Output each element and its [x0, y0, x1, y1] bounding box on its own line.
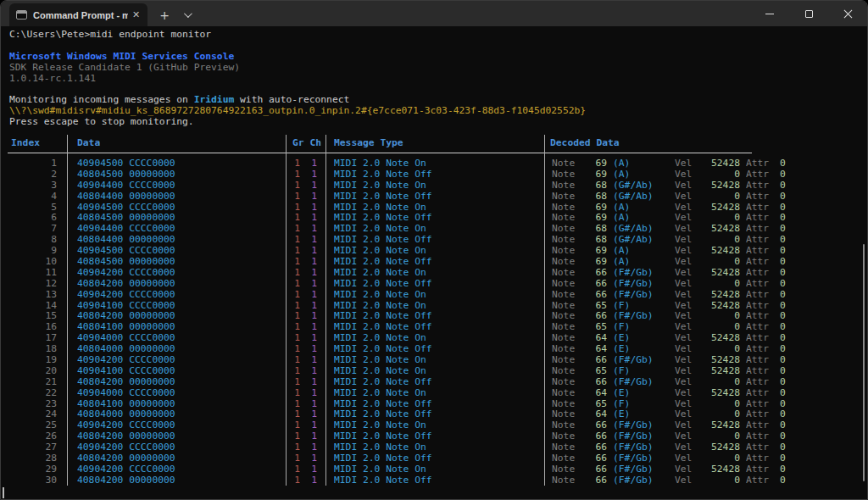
- row-message-type: MIDI 2.0 Note Off: [334, 279, 539, 290]
- row-decoded-data: Note 68 (G#/Ab) Vel 0 Attr 0: [552, 192, 785, 203]
- decoded-vel-value: 52428: [692, 203, 740, 214]
- decoded-vel-value: 52428: [692, 333, 740, 344]
- row-index: 12: [9, 279, 57, 290]
- maximize-button[interactable]: [789, 1, 828, 26]
- decoded-attr-value: 0: [775, 169, 785, 181]
- row-data-words: 40904100 CCCC0000: [77, 366, 281, 377]
- table-rows: 1 40904500 CCCC0000 1 1 MIDI 2.0 Note On…: [1, 158, 867, 486]
- decoded-note-label: Note: [552, 192, 575, 203]
- decoded-note-name: (F#/Gb): [607, 268, 675, 279]
- decoded-note-label: Note: [552, 453, 575, 464]
- decoded-vel-label: Vel: [675, 169, 692, 181]
- decoded-vel-value: 52428: [692, 158, 740, 169]
- decoded-vel-value: 52428: [692, 420, 740, 431]
- table-row: 22 40904000 CCCC0000 1 1 MIDI 2.0 Note O…: [1, 388, 867, 399]
- row-index: 22: [9, 388, 57, 399]
- decoded-vel-value: 0: [692, 453, 740, 464]
- row-message-type: MIDI 2.0 Note Off: [334, 377, 539, 388]
- monitor-prefix: Monitoring incoming messages on: [9, 94, 194, 105]
- row-channel: 1: [300, 181, 317, 192]
- row-index: 21: [9, 377, 57, 388]
- row-data-words: 40804200 00000000: [77, 453, 281, 464]
- decoded-vel-label: Vel: [675, 279, 692, 290]
- decoded-vel-value: 0: [692, 475, 740, 486]
- decoded-note-number: 69: [575, 169, 607, 181]
- decoded-vel-value: 52428: [692, 366, 740, 377]
- endpoint-path: \\?\swd#midisrv#midiu_ks_868972728076492…: [9, 105, 586, 116]
- row-group: 1: [292, 181, 300, 192]
- decoded-attr-label: Attr: [740, 377, 775, 388]
- decoded-note-number: 68: [575, 181, 607, 192]
- terminal-tab[interactable]: Command Prompt - midi end ✕: [9, 3, 147, 26]
- row-index: 13: [9, 290, 57, 301]
- table-row: 10 40804500 00000000 1 1 MIDI 2.0 Note O…: [1, 257, 867, 268]
- row-index: 8: [9, 235, 57, 246]
- decoded-attr-label: Attr: [740, 475, 775, 486]
- decoded-vel-value: 0: [692, 279, 740, 290]
- decoded-attr-value: 0: [775, 257, 785, 268]
- row-data-words: 40904200 CCCC0000: [77, 268, 281, 279]
- chevron-down-icon: [183, 9, 192, 18]
- decoded-note-number: 66: [575, 453, 607, 464]
- app-title: Microsoft Windows MIDI Services Console: [9, 51, 234, 62]
- row-index: 7: [9, 224, 57, 235]
- decoded-note-number: 64: [575, 388, 607, 399]
- row-index: 2: [9, 169, 57, 181]
- row-group: 1: [292, 464, 300, 475]
- row-channel: 1: [300, 279, 317, 290]
- decoded-vel-value: 0: [692, 257, 740, 268]
- decoded-attr-value: 0: [775, 279, 785, 290]
- tab-close-icon[interactable]: ✕: [130, 8, 142, 22]
- decoded-note-label: Note: [552, 158, 575, 169]
- decoded-vel-value: 52428: [692, 268, 740, 279]
- row-index: 20: [9, 366, 57, 377]
- row-index: 30: [9, 475, 57, 486]
- decoded-note-name: (F#/Gb): [607, 464, 675, 475]
- decoded-vel-value: 52428: [692, 464, 740, 475]
- decoded-vel-value: 0: [692, 311, 740, 322]
- decoded-vel-value: 52428: [692, 246, 740, 257]
- row-decoded-data: Note 66 (F#/Gb) Vel 0 Attr 0: [552, 279, 785, 290]
- row-message-type: MIDI 2.0 Note On: [334, 181, 539, 192]
- row-message-type: MIDI 2.0 Note On: [334, 158, 539, 169]
- decoded-attr-value: 0: [775, 475, 785, 486]
- row-index: 5: [9, 203, 57, 214]
- prompt-line: C:\Users\Pete>midi endpoint monitor: [9, 29, 211, 40]
- new-tab-button[interactable]: +: [153, 3, 176, 26]
- table-row: 4 40804400 00000000 1 1 MIDI 2.0 Note Of…: [1, 192, 867, 203]
- decoded-note-number: 66: [575, 355, 607, 366]
- row-index: 29: [9, 464, 57, 475]
- decoded-note-name: (G#/Ab): [607, 192, 675, 203]
- tab-dropdown-button[interactable]: [176, 3, 197, 26]
- minimize-button[interactable]: [750, 1, 789, 26]
- decoded-note-label: Note: [552, 181, 575, 192]
- close-icon: [843, 9, 853, 19]
- decoded-vel-value: 0: [692, 377, 740, 388]
- decoded-attr-label: Attr: [740, 453, 775, 464]
- scrollbar-thumb[interactable]: [863, 244, 865, 481]
- row-data-words: 40804200 00000000: [77, 279, 281, 290]
- device-name: Iridium: [194, 94, 235, 105]
- decoded-vel-label: Vel: [675, 158, 692, 169]
- terminal-cursor: [3, 487, 4, 498]
- close-button[interactable]: [828, 1, 867, 26]
- escape-line: Press escape to stop monitoring.: [9, 116, 194, 127]
- header-index: Index: [11, 137, 40, 149]
- decoded-attr-label: Attr: [740, 366, 775, 377]
- decoded-note-number: 66: [575, 475, 607, 486]
- decoded-attr-value: 0: [775, 388, 785, 399]
- decoded-attr-value: 0: [775, 192, 785, 203]
- decoded-vel-label: Vel: [675, 257, 692, 268]
- row-message-type: MIDI 2.0 Note On: [334, 268, 539, 279]
- row-message-type: MIDI 2.0 Note Off: [334, 257, 539, 268]
- decoded-note-label: Note: [552, 257, 575, 268]
- decoded-note-name: (A): [607, 158, 675, 169]
- decoded-attr-label: Attr: [740, 268, 775, 279]
- row-group: 1: [292, 192, 300, 203]
- table-row: 12 40804200 00000000 1 1 MIDI 2.0 Note O…: [1, 279, 867, 290]
- title-bar: Command Prompt - midi end ✕ +: [1, 1, 867, 26]
- row-index: 28: [9, 453, 57, 464]
- decoded-note-label: Note: [552, 279, 575, 290]
- table-row: 29 40904200 CCCC0000 1 1 MIDI 2.0 Note O…: [1, 464, 867, 475]
- table-row: 20 40904100 CCCC0000 1 1 MIDI 2.0 Note O…: [1, 366, 867, 377]
